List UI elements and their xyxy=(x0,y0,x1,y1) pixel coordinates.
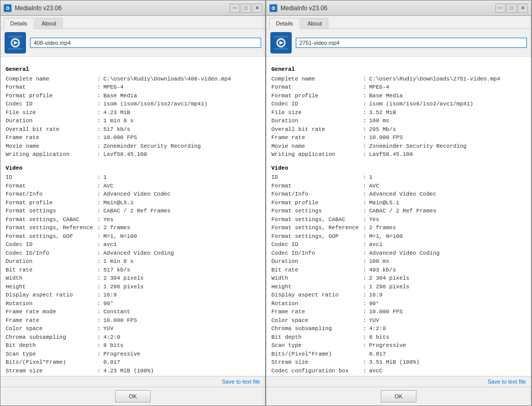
title-controls-2: ─ □ ✕ xyxy=(495,4,528,13)
content-area-2: General Complete name : C:\Users\Rudiy\D… xyxy=(266,57,531,376)
table-row: Writing application : Lavf58.45.100 xyxy=(271,150,526,159)
table-row: Duration : 100 ms xyxy=(271,117,526,125)
table-row: Stream size : 3.51 MiB (100%) xyxy=(271,358,526,367)
minimize-button-1[interactable]: ─ xyxy=(230,4,240,13)
app-icon-2 xyxy=(269,4,277,12)
general-header-1: General xyxy=(6,65,260,74)
table-row: Width : 2 304 pixels xyxy=(271,274,526,283)
scroll-container-2[interactable]: General Complete name : C:\Users\Rudiy\D… xyxy=(266,57,531,376)
ok-button-2[interactable]: OK xyxy=(381,390,416,402)
table-row: Codec ID/Info : Advanced Video Coding xyxy=(6,249,260,258)
table-row: Format/Info : Advanced Video Codec xyxy=(6,190,260,199)
table-row: Stream size : 4.23 MiB (100%) xyxy=(6,367,260,375)
table-row: Frame rate : 10.000 FPS xyxy=(6,133,260,142)
table-row: Format settings, CABAC : Yes xyxy=(6,215,260,224)
save-link-2[interactable]: Save to text file xyxy=(488,378,526,385)
table-row: Format profile : Main@L5.1 xyxy=(6,199,260,207)
title-text-1: MediaInfo v23.06 xyxy=(15,5,62,12)
title-text-2: MediaInfo v23.06 xyxy=(281,5,327,12)
title-bar-1: MediaInfo v23.06 ─ □ ✕ xyxy=(1,1,265,16)
table-row: Height : 1 296 pixels xyxy=(6,283,260,291)
general-section-2: General Complete name : C:\Users\Rudiy\D… xyxy=(271,65,526,159)
file-path-bar-1 xyxy=(1,29,265,57)
table-row: Format : AVC xyxy=(271,182,526,191)
table-row: Codec ID : isom (isom/iso6/iso2/avc1/mp4… xyxy=(271,100,526,109)
title-bar-left-1: MediaInfo v23.06 xyxy=(4,4,62,12)
title-bar-2: MediaInfo v23.06 ─ □ ✕ xyxy=(266,1,531,16)
table-row: Format settings, CABAC : Yes xyxy=(271,215,526,224)
close-button-2[interactable]: ✕ xyxy=(518,4,528,13)
video-section-2: Video ID : 1 Format : AVC Format/Info : … xyxy=(271,164,526,376)
window-2: MediaInfo v23.06 ─ □ ✕ Details About xyxy=(266,0,531,406)
content-area-1: General Complete name : C:\Users\Rudiy\D… xyxy=(1,57,265,376)
media-icon-1 xyxy=(5,32,26,53)
table-row: Format profile : Base Media xyxy=(6,92,260,100)
table-row: File size : 4.23 MiB xyxy=(6,109,260,117)
table-row: Movie name : Zoneminder Security Recordi… xyxy=(6,142,260,151)
table-row: ID : 1 xyxy=(271,173,526,182)
table-row: Duration : 100 ms xyxy=(271,257,526,266)
table-row: Format/Info : Advanced Video Codec xyxy=(271,190,526,199)
ok-button-1[interactable]: OK xyxy=(115,390,151,402)
table-row: Bit depth : 8 bits xyxy=(271,333,526,342)
file-path-input-1[interactable] xyxy=(30,38,261,48)
table-row: Format : AVC xyxy=(6,182,260,191)
table-row: Complete name : C:\Users\Rudiy\Downloads… xyxy=(6,75,260,84)
table-row: Format settings, GOP : M=1, N=100 xyxy=(6,232,260,241)
tab-about-2[interactable]: About xyxy=(301,18,329,29)
table-row: Display aspect ratio : 16:9 xyxy=(271,291,526,300)
general-header-2: General xyxy=(271,65,526,74)
table-row: Bit rate : 517 kb/s xyxy=(6,266,260,275)
video-header-2: Video xyxy=(271,164,526,173)
table-row: Chroma subsampling : 4:2:0 xyxy=(6,333,260,342)
footer-2: Save to text file xyxy=(266,376,531,387)
table-row: Frame rate mode : Constant xyxy=(6,308,260,316)
maximize-button-2[interactable]: □ xyxy=(507,4,517,13)
table-row: Codec ID : avc1 xyxy=(271,240,526,249)
table-row: Height : 1 296 pixels xyxy=(271,283,526,291)
table-row: Format : MPEG-4 xyxy=(6,83,260,92)
tab-details-2[interactable]: Details xyxy=(269,18,300,29)
table-row: Bits/(Pixel*Frame) 0.017 xyxy=(6,358,260,367)
table-row: Format profile : Base Media xyxy=(271,92,526,100)
table-row: Duration : 1 min 8 s xyxy=(6,117,260,125)
table-row: Movie name : Zoneminder Security Recordi… xyxy=(271,142,526,151)
file-path-bar-2 xyxy=(266,29,531,57)
table-row: Codec configuration box : avcC xyxy=(6,375,260,376)
table-row: Format settings, Reference : 2 frames xyxy=(271,224,526,232)
table-row: Scan type : Progressive xyxy=(6,350,260,359)
table-row: Codec ID : isom (isom/iso6/iso2/avc1/mp4… xyxy=(6,100,260,109)
table-row: Format settings, Reference : 2 frames xyxy=(6,224,260,232)
table-row: Frame rate : 10.000 FPS xyxy=(6,316,260,325)
scroll-container-1[interactable]: General Complete name : C:\Users\Rudiy\D… xyxy=(1,57,265,376)
table-row: Format profile : Main@L5.1 xyxy=(271,199,526,207)
close-button-1[interactable]: ✕ xyxy=(252,4,262,13)
file-path-input-2[interactable] xyxy=(296,38,527,48)
table-row: Codec ID/Info : Advanced Video Coding xyxy=(271,249,526,258)
table-row: File size : 3.52 MiB xyxy=(271,109,526,117)
table-row: Overall bit rate : 295 Mb/s xyxy=(271,125,526,134)
minimize-button-2[interactable]: ─ xyxy=(495,4,506,13)
save-link-1[interactable]: Save to text file xyxy=(222,378,260,385)
table-row: Duration : 1 min 8 s xyxy=(6,257,260,266)
tab-about-1[interactable]: About xyxy=(35,18,63,29)
video-section-1: Video ID : 1 Format : AVC Format/Info : … xyxy=(6,164,260,376)
table-row: Format settings : CABAC / 2 Ref Frames xyxy=(6,207,260,215)
general-section-1: General Complete name : C:\Users\Rudiy\D… xyxy=(6,65,260,159)
table-row: Bit rate : 493 kb/s xyxy=(271,266,526,275)
table-row: ID : 1 xyxy=(6,173,260,182)
title-bar-left-2: MediaInfo v23.06 xyxy=(269,4,327,12)
table-row: Width : 2 304 pixels xyxy=(6,274,260,283)
footer-1: Save to text file xyxy=(1,376,265,387)
video-header-1: Video xyxy=(6,164,260,173)
table-row: Codec configuration box : avcC xyxy=(271,367,526,375)
table-row: Rotation : 90° xyxy=(6,300,260,308)
table-row: Frame rate : 10.000 FPS xyxy=(271,308,526,316)
ok-bar-1: OK xyxy=(1,387,265,405)
maximize-button-1[interactable]: □ xyxy=(241,4,251,13)
svg-rect-17 xyxy=(274,48,288,50)
app-icon-1 xyxy=(4,4,12,12)
table-row: Scan type : Progressive xyxy=(271,341,526,350)
table-row: Format settings : CABAC / 2 Ref Frames xyxy=(271,207,526,215)
tab-details-1[interactable]: Details xyxy=(4,18,34,29)
